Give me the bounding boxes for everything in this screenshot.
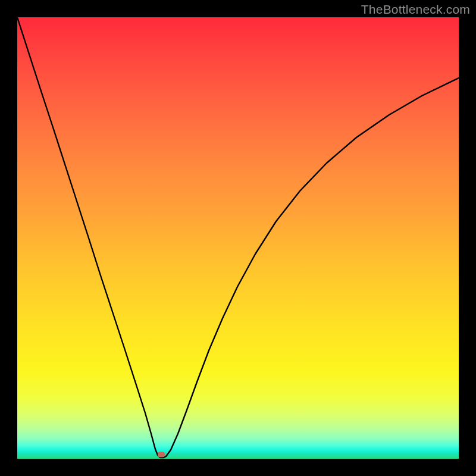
optimum-marker <box>158 452 165 458</box>
bottleneck-curve <box>17 17 459 459</box>
plot-area <box>17 17 459 459</box>
watermark-text: TheBottleneck.com <box>361 2 470 17</box>
chart-frame: TheBottleneck.com <box>0 0 476 476</box>
